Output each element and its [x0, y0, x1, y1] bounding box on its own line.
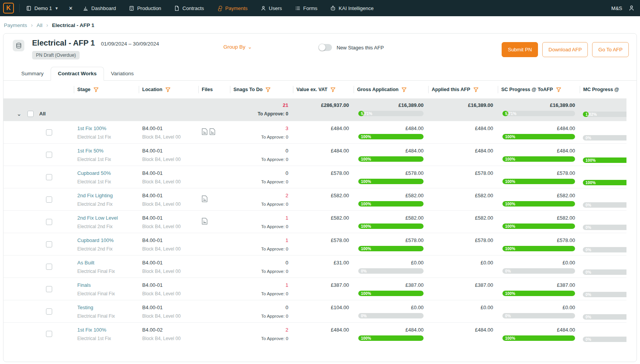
stage-link[interactable]: 2nd Fix Lighting	[77, 192, 139, 199]
files-cell	[198, 323, 230, 345]
nav-item-users[interactable]: Users	[260, 5, 282, 11]
filter-funnel-icon[interactable]	[330, 87, 335, 92]
stage-link[interactable]: 2nd Fix Low Level	[77, 214, 139, 222]
nav-item-forms[interactable]: Forms	[295, 5, 318, 11]
files-cell	[198, 300, 230, 322]
row-checkbox[interactable]	[46, 196, 52, 203]
nav-item-contracts[interactable]: Contracts	[174, 5, 204, 11]
nav-item-kai-intelligence[interactable]: KAI Intelligence	[330, 5, 373, 11]
snags-count[interactable]: 1	[230, 281, 288, 289]
filter-funnel-icon[interactable]	[556, 87, 561, 92]
snags-count[interactable]: 0	[230, 147, 288, 154]
afp-card: Electrical - AFP 1 01/09/2024 – 30/09/20…	[3, 33, 637, 362]
stage-link[interactable]: Testing	[77, 304, 139, 311]
download-afp-button[interactable]: Download AFP	[542, 42, 588, 57]
files-cell	[198, 121, 230, 143]
summary-gross-application: £16,389.00	[358, 102, 424, 109]
snags-count[interactable]: 1	[230, 237, 288, 244]
chevron-right-icon: ›	[31, 22, 33, 28]
stage-row: As Built Electrical Final Fix B4.00-01 B…	[3, 255, 626, 278]
image-file-icon[interactable]	[202, 128, 208, 143]
row-checkbox[interactable]	[46, 286, 52, 292]
column-header-stage: Stage	[74, 81, 139, 98]
row-checkbox[interactable]	[46, 219, 52, 225]
row-checkbox[interactable]	[46, 308, 52, 315]
stage-link[interactable]: 1st Fix 50%	[77, 147, 139, 154]
snags-count[interactable]: 0	[230, 304, 288, 311]
summary-snags-count: 21	[230, 102, 288, 109]
breadcrumb-payments[interactable]: Payments	[4, 22, 27, 28]
stage-subtitle: Electrical 2nd Fix	[77, 245, 139, 252]
row-checkbox[interactable]	[46, 264, 52, 270]
row-checkbox[interactable]	[46, 152, 52, 158]
tab-summary[interactable]: Summary	[14, 67, 51, 80]
gross-application-value: £582.00	[358, 214, 424, 222]
sc-progress-value: £484.00	[502, 326, 575, 334]
snags-count[interactable]: 2	[230, 326, 288, 334]
breadcrumb-all[interactable]: All	[37, 22, 43, 28]
filter-funnel-icon[interactable]	[94, 87, 99, 92]
files-cell	[198, 256, 230, 278]
row-checkbox[interactable]	[46, 331, 52, 337]
location-subtitle: Block B4, Level 00	[142, 245, 198, 252]
row-checkbox[interactable]	[46, 174, 52, 180]
gross-progress-bar: 0%	[358, 313, 424, 318]
image-file-icon[interactable]	[209, 128, 215, 143]
stage-row: 2nd Fix Low Level Electrical 2nd Fix B4.…	[3, 210, 626, 233]
applied-this-afp-value: £484.00	[428, 147, 493, 154]
go-to-afp-button[interactable]: Go To AFP	[592, 42, 629, 57]
nav-item-production[interactable]: Production	[129, 5, 161, 11]
sc-progress-bar: 100%	[502, 291, 575, 296]
stage-row: 1st Fix 50% Electrical 1st Fix B4.00-01 …	[3, 143, 626, 166]
image-file-icon[interactable]	[202, 195, 208, 210]
location-subtitle: Block B4, Level 00	[142, 223, 198, 230]
mc-progress-bar: 100%	[583, 180, 626, 185]
location-subtitle: Block B4, Level 00	[142, 313, 198, 320]
stage-link[interactable]: Cupboard 50%	[77, 169, 139, 177]
select-all-checkbox[interactable]	[27, 111, 34, 117]
image-file-icon[interactable]	[202, 218, 208, 233]
mc-progress-bar: 0%	[583, 247, 626, 252]
new-stages-toggle[interactable]	[318, 44, 332, 51]
sc-progress-value: £484.00	[502, 147, 575, 154]
gross-application-value: £484.00	[358, 326, 424, 334]
filter-funnel-icon[interactable]	[266, 87, 271, 92]
sc-progress-bar: 100%	[502, 335, 575, 341]
location-subtitle: Block B4, Level 00	[142, 134, 198, 141]
stage-row: 2nd Fix Lighting Electrical 2nd Fix B4.0…	[3, 188, 626, 210]
tab-variations[interactable]: Variations	[104, 67, 141, 80]
chevron-right-icon: ›	[46, 22, 48, 28]
account-icon[interactable]	[628, 5, 635, 11]
submit-pn-button[interactable]: Submit PN	[502, 42, 538, 57]
tab-contract-works[interactable]: Contract Works	[51, 67, 104, 81]
column-header-snags-to-do: Snags To Do	[230, 81, 293, 98]
location-subtitle: Block B4, Level 00	[142, 290, 198, 297]
nav-item-payments[interactable]: Payments	[217, 5, 248, 11]
filter-funnel-icon[interactable]	[473, 87, 478, 92]
location-code: B4.00-01	[142, 147, 198, 154]
collapse-chevron-icon[interactable]: ⌄	[17, 112, 22, 116]
stage-link[interactable]: 1st Fix 100%	[77, 326, 139, 334]
close-project-icon[interactable]: ✕	[68, 5, 73, 11]
to-approve-label: To Approve: 0	[230, 313, 288, 320]
project-selector[interactable]: Demo 1 ▼	[26, 5, 58, 11]
row-checkbox[interactable]	[46, 129, 52, 135]
row-checkbox[interactable]	[46, 241, 52, 247]
sc-progress-value: £387.00	[502, 281, 575, 289]
filter-funnel-icon[interactable]	[402, 87, 407, 92]
snags-count[interactable]: 1	[230, 214, 288, 222]
new-stages-toggle-label: New Stages this AFP	[337, 45, 384, 51]
snags-count[interactable]: 3	[230, 125, 288, 132]
snags-count[interactable]: 0	[230, 259, 288, 266]
stage-link[interactable]: 1st Fix 100%	[77, 125, 139, 132]
stage-link[interactable]: Finals	[77, 281, 139, 289]
nav-item-dashboard[interactable]: Dashboard	[83, 5, 116, 11]
snags-count[interactable]: 0	[230, 169, 288, 177]
mc-progress-bar: 0%	[583, 225, 626, 230]
group-by-dropdown[interactable]: Group By ⌄	[223, 44, 252, 50]
stage-link[interactable]: As Built	[77, 259, 139, 266]
app-logo[interactable]: K	[3, 3, 14, 14]
stage-link[interactable]: Cupboard 100%	[77, 237, 139, 244]
filter-funnel-icon[interactable]	[165, 87, 170, 92]
snags-count[interactable]: 2	[230, 192, 288, 199]
